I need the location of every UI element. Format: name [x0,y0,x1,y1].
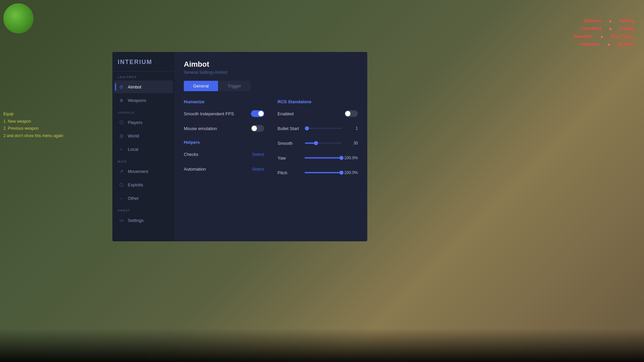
toggle-enabled[interactable] [344,110,358,117]
tab-trigger[interactable]: Trigger [218,81,251,91]
settings-col-left: Humanize Smooth Independent FPS Mouse em… [184,99,264,183]
setting-yaw: Yaw 100.0% [278,153,358,163]
setting-label: Checks [184,152,198,157]
slider-container: 100.0% [305,156,358,160]
sidebar-item-aimbot[interactable]: ⊙ Aimbot [114,80,173,93]
toggle-knob [252,126,257,131]
hud-equip-title: Equip [3,111,63,118]
setting-mouse-emulation: Mouse emulation [184,124,264,133]
sidebar-section-visuals: VISUALS [112,107,174,116]
setting-label: Automation [184,167,206,172]
setting-automation: Automation Select [184,164,264,174]
sidebar-item-settings[interactable]: ▭ Settings [114,214,173,227]
weapons-icon: ⊕ [118,97,124,103]
score-row: Heineken ▲ Brahma [574,40,634,48]
sidebar-section-misc: MISC [112,156,174,165]
sidebar-item-movement[interactable]: ↗ Movement [114,165,173,178]
section-title-helpers: Helpers [184,140,264,145]
setting-label: Enabled [278,111,294,116]
select-automation[interactable]: Select [252,167,264,172]
player-name: Heineken [574,33,593,40]
sidebar-item-local[interactable]: ○ Local [114,143,173,156]
score-row: Heineken ▲ Efes Pilsen [574,33,634,40]
setting-label: Smooth [278,141,293,146]
setting-checks: Checks Select [184,149,264,159]
world-icon: ◎ [118,133,124,139]
setting-label: Smooth Independent FPS [184,111,234,116]
slider-thumb[interactable] [305,126,309,130]
minimap [3,3,34,34]
slider-value: 100.0% [344,170,358,175]
sidebar-item-world[interactable]: ◎ World [114,129,173,142]
slider-value: 100.0% [344,156,358,160]
settings-grid: Humanize Smooth Independent FPS Mouse em… [184,99,358,183]
score-bullet: ▲ [607,40,611,48]
slider-container: 30 [305,141,358,145]
bottom-overlay [0,328,644,362]
setting-enabled: Enabled [278,109,358,118]
setting-smooth: Smooth 30 [278,138,358,148]
content-area: Aimbot General Settings Aimbot. General … [174,52,367,241]
scoreboard: Zeimerts ▲ Tuborg Carlsberg ▲ Tuborg Hei… [574,17,634,48]
settings-col-right: RCS Standalone Enabled Bullet Start [278,99,358,183]
toggle-mouse-emulation[interactable] [251,125,264,132]
slider-fill [305,172,341,173]
sidebar-item-label: Weapons [128,98,146,103]
main-panel: INTERIUM LEGITBOT ⊙ Aimbot ⊕ Weapons VIS… [112,52,367,241]
sidebar-item-label: Players [128,120,142,125]
team-name: Tuborg [619,24,634,32]
player-name: Zeimerts [583,17,601,24]
setting-bullet-start: Bullet Start 1 [278,124,358,133]
score-row: Zeimerts ▲ Tuborg [574,17,634,24]
team-name: Brahma [618,40,634,48]
hud-equip-item: 2. Previous weapon [3,125,63,132]
toggle-smooth-fps[interactable] [251,110,264,117]
sidebar-item-players[interactable]: ⬡ Players [114,116,173,129]
setting-label: Mouse emulation [184,126,217,131]
hud-equip: Equip 1. New weapon 2. Previous weapon 2… [3,111,63,139]
tab-bar: General Trigger [184,81,251,91]
player-name: Carlsberg [581,24,602,32]
sidebar-item-other[interactable]: ··· Other [114,192,173,204]
sidebar-item-label: Aimbot [128,84,141,89]
players-icon: ⬡ [118,119,124,125]
tab-general[interactable]: General [184,81,218,91]
section-title-humanize: Humanize [184,99,264,104]
page-title: Aimbot [184,60,358,69]
setting-smooth-fps: Smooth Independent FPS [184,109,264,118]
sidebar: INTERIUM LEGITBOT ⊙ Aimbot ⊕ Weapons VIS… [112,52,174,241]
page-subtitle: General Settings Aimbot. [184,70,358,75]
score-bullet: ▲ [600,33,604,40]
aimbot-icon: ⊙ [118,84,124,90]
toggle-knob [258,111,264,116]
slider-track [305,128,342,129]
movement-icon: ↗ [118,168,124,174]
slider-track [305,157,341,159]
sidebar-item-label: Other [128,196,139,201]
sidebar-item-exploits[interactable]: ⬡ Exploits [114,178,173,191]
exploits-icon: ⬡ [118,182,124,188]
slider-value: 30 [344,141,358,145]
toggle-knob [345,111,351,116]
setting-label: Yaw [278,156,286,161]
sidebar-item-weapons[interactable]: ⊕ Weapons [114,94,173,107]
slider-thumb[interactable] [314,141,318,145]
hud-equip-item: 1. New weapon [3,118,63,125]
slider-value: 1 [344,126,358,131]
team-name: Tuborg [619,17,634,24]
setting-pitch: Pitch 100.0% [278,168,358,177]
slider-thumb[interactable] [339,156,343,160]
hud-equip-item: 2 and don't show this menu again [3,132,63,140]
slider-thumb[interactable] [339,171,343,175]
score-bullet: ▲ [608,24,612,32]
sidebar-item-label: Local [128,147,138,152]
app-logo: INTERIUM [112,52,174,71]
team-name: Efes Pilsen [611,33,634,40]
select-checks[interactable]: Select [252,152,264,157]
sidebar-item-label: Movement [128,169,148,174]
slider-track [305,172,341,173]
sidebar-item-label: Exploits [128,182,143,187]
sidebar-item-label: Settings [128,218,144,223]
slider-container: 100.0% [305,170,358,175]
sidebar-item-label: World [128,133,139,138]
